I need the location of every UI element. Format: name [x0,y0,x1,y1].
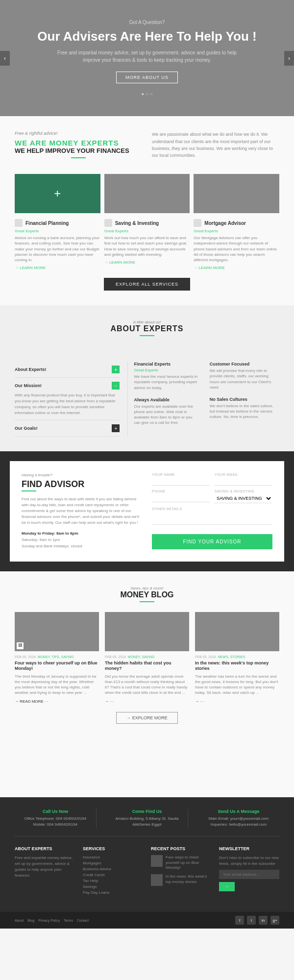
facebook-icon[interactable]: f [235,916,244,925]
accordion-icon-2[interactable]: + [112,424,120,432]
explore-more-button[interactable]: → EXPLORE MORE [116,712,178,724]
accordion-body-1: With any financial product that you buy,… [15,392,120,416]
linkedin-icon[interactable]: in [259,916,268,925]
footer-post-thumb-1 [151,874,163,886]
blog-card-0: 🖼 FEB 05, 2018 MONEY, TIPS, SAVING Four … [15,612,99,704]
footer-service-credit[interactable]: Credit Cards [83,873,143,877]
footer-newsletter-form[interactable]: → [219,870,279,891]
googleplus-icon[interactable]: g+ [270,916,279,925]
financial-planning-icon [15,219,23,227]
blog-card-1: FEB 05, 2018 MONEY, SAVING The hidden ha… [105,612,189,704]
newsletter-email-input[interactable] [219,870,279,879]
blog-date-2: FEB 05, 2018 [195,655,216,659]
service-card-1-desc: Work out how much you can afford to save… [104,235,190,257]
blog-title-1: The hidden habits that cost you money? [105,661,189,672]
accordion-item-2[interactable]: Our Goals! + [15,420,120,437]
phone-label: PHONE [152,490,210,493]
hero-arrow-left[interactable]: ‹ [0,51,10,66]
feature-financial-experts: Financial Experts Great Experts We have … [134,362,197,391]
footer-link-blog[interactable]: Blog [27,919,34,922]
blog-title-0: Four ways to cheer yourself up on Blue M… [15,661,99,672]
more-about-us-button[interactable]: MORE ABOUT US [116,72,178,83]
service-card-0-link[interactable]: → LEARN MORE [15,266,100,270]
blog-excerpt-0: The third Monday of January is supposed … [15,674,99,696]
blog-thumb-0: 🖼 [15,612,99,651]
footer-email: Send Us A Message Main Email: yourr@your… [198,809,279,829]
advisor-hours: Monday to Friday: 8am to 8pm Saturday: 9… [22,531,142,549]
footer-link-privacy[interactable]: Privacy Policy [38,919,60,922]
footer-link-contact[interactable]: Contact [77,919,89,922]
about-title: ABOUT EXPERTS [15,324,279,333]
mortgage-advisor-icon [194,219,201,227]
footer-service-tax[interactable]: Tax Help [83,879,143,883]
advisor-title: FIND ADVISOR [22,479,142,490]
service-card-2-sub: Great Experts [194,229,279,233]
blog-read-more-1[interactable]: → ··· [105,699,189,704]
about-grid: About Experts! + Our Mission! − With any… [15,362,279,437]
service-card-2-link[interactable]: → LEARN MORE [194,266,279,270]
service-card-1-title: Saving & Investing [115,220,159,226]
name-input[interactable] [152,477,210,486]
service-images: + [15,174,279,213]
blog-tag: News, tips & more! [15,586,279,590]
advisor-form[interactable]: YOUR NAME YOUR EMAIL PHONE SAVING & INVE… [152,473,272,549]
feature-always-available: Always Available Our experts are availab… [134,397,197,426]
accordion-icon-0[interactable]: + [112,366,120,373]
service-card-1-sub: Great Experts [104,229,190,233]
blog-underline [140,601,154,602]
footer-contact-grid: Call Us Now Office Telephone: 004 004502… [15,809,279,837]
blog-card-2: FEB 05, 2018 NEWS, STORIES In the news: … [195,612,279,704]
footer-service-mortgages[interactable]: Mortgages [83,861,143,865]
email-input[interactable] [215,477,272,486]
service-cards: Financial Planning Great Experts Advice … [15,219,279,270]
name-label: YOUR NAME [152,473,210,476]
footer-recent-col: RECENT POSTS Four ways to cheer yourself… [151,846,211,896]
phone-input[interactable] [152,494,210,502]
footer-service-savings[interactable]: Savings [83,884,143,889]
hero-dots: ● ○ ○ [10,91,284,97]
newsletter-submit-button[interactable]: → [219,882,235,891]
service-card-1-link[interactable]: → LEARN MORE [104,260,190,265]
details-textarea[interactable] [152,512,272,525]
service-select[interactable]: SAVING & INVESTING FINANCIAL PLANNING MO… [215,494,272,503]
blog-read-more-2[interactable]: → ··· [195,699,279,704]
footer-service-business[interactable]: Business Advice [83,867,143,871]
services-underline [71,157,86,158]
blog-excerpt-1: Did you know the average adult spends mo… [105,674,189,696]
about-accordion: About Experts! + Our Mission! − With any… [15,362,128,437]
service-image-0[interactable]: + [15,174,100,213]
advisor-tag: Having a trouble? [22,473,142,477]
footer-bottom-bar: About Blog Privacy Policy Terms Contact … [0,912,294,929]
footer-post-thumb-0 [151,855,163,867]
service-image-1[interactable] [104,174,190,213]
service-card-0-sub: Great Experts [15,229,100,233]
footer-cols: ABOUT EXPERTS Free and impartial money a… [15,846,279,896]
accordion-item-0[interactable]: About Experts! + [15,362,120,378]
footer-link-about[interactable]: About [15,919,24,922]
footer-service-payday[interactable]: Pay Day Loans [83,890,143,895]
accordion-icon-1[interactable]: − [112,382,120,390]
hero-section: Got A Question? Our Advisers Are Here To… [0,0,294,116]
footer-call: Call Us Now Office Telephone: 004 004502… [15,809,97,829]
blog-date-0: FEB 05, 2018 [15,655,36,659]
service-image-2[interactable] [194,174,279,213]
footer-visit: Come Find Us Amalco Building, 5 Albany S… [106,809,188,829]
hero-arrow-right[interactable]: › [284,51,294,66]
footer-service-insurance[interactable]: Insurance [83,855,143,859]
accordion-item-1[interactable]: Our Mission! − With any financial produc… [15,378,120,420]
footer-socials: f t in g+ [235,916,279,925]
twitter-icon[interactable]: t [247,916,256,925]
service-label: SAVING & INVESTING [215,490,272,493]
services-title-green: WE ARE MONEY EXPERTS [15,139,142,147]
service-card-2-desc: Our Mortgage Advisors can offer you inde… [194,235,279,263]
blog-thumb-icon-0: 🖼 [17,642,24,649]
service-card-1: Saving & Investing Great Experts Work ou… [104,219,190,270]
find-advisor-button[interactable]: FIND YOUR ADVISOR [152,534,272,549]
blog-read-more-0[interactable]: → READ MORE ··· [15,699,99,704]
service-card-2-title: Mortgage Advisor [204,220,246,226]
footer-link-terms[interactable]: Terms [64,919,73,922]
explore-all-services-button[interactable]: EXPLORE ALL SERVICES [104,278,190,291]
advisor-underline [22,490,36,491]
about-tag: A little about us! [15,320,279,324]
blog-thumb-1 [105,612,189,651]
